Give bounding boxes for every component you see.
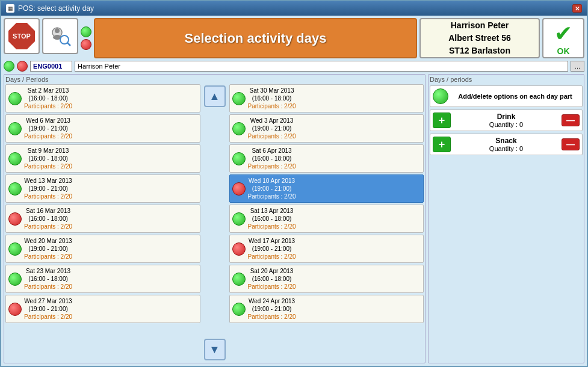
days-panel: Days / Periods Sat 2 Mar 2013 (16:00 - 1… (4, 74, 426, 363)
day-text: Sat 2 Mar 2013 (16:00 - 18:00) Participa… (24, 87, 72, 110)
red-indicator-top (81, 39, 91, 50)
user-city: ST12 Barlaston (448, 45, 510, 57)
search-red-dot (17, 61, 28, 72)
day-text: Sat 13 Apr 2013 (16:00 - 18:00) Particip… (248, 207, 296, 230)
day-dot (232, 212, 246, 226)
snack-add-button[interactable]: + (433, 137, 451, 152)
ok-button[interactable]: ✔ OK (542, 18, 584, 58)
list-item[interactable]: Sat 9 Mar 2013 (16:00 - 18:00) Participa… (5, 144, 200, 173)
header-row: STOP Selection activity days (4, 18, 584, 58)
day-text: Wed 10 Apr 2013 (19:00 - 21:00) Particip… (248, 177, 296, 200)
day-text: Sat 9 Mar 2013 (16:00 - 18:00) Participa… (24, 147, 72, 170)
search-green-dot (4, 61, 14, 72)
search-row: ... (4, 61, 584, 72)
list-item[interactable]: Wed 6 Mar 2013 (19:00 - 21:00) Participa… (5, 114, 200, 143)
day-text: Wed 3 Apr 2013 (19:00 - 21:00) Participa… (248, 117, 296, 140)
browse-button[interactable]: ... (571, 61, 584, 72)
day-dot (232, 303, 246, 316)
list-item[interactable]: Sat 2 Mar 2013 (16:00 - 18:00) Participa… (5, 84, 200, 113)
list-item[interactable]: Wed 3 Apr 2013 (19:00 - 21:00) Participa… (229, 114, 424, 143)
window-title: POS: select activity day (18, 4, 94, 13)
day-text: Sat 30 Mar 2013 (16:00 - 18:00) Particip… (248, 87, 296, 110)
day-text: Wed 24 Apr 2013 (19:00 - 21:00) Particip… (248, 297, 296, 321)
day-text: Wed 17 Apr 2013 (19:00 - 21:00) Particip… (248, 237, 296, 261)
day-dot (8, 92, 22, 105)
list-item[interactable]: Wed 20 Mar 2013 (19:00 - 21:00) Particip… (5, 235, 200, 263)
day-dot (232, 152, 246, 165)
list-item[interactable]: Wed 10 Apr 2013 (19:00 - 21:00) Particip… (229, 174, 424, 203)
day-text: Wed 6 Mar 2013 (19:00 - 21:00) Participa… (24, 117, 72, 140)
day-dot (232, 273, 246, 286)
day-dot (8, 152, 22, 165)
main-content: STOP Selection activity days (1, 16, 587, 366)
drink-remove-button[interactable]: — (562, 114, 580, 126)
day-dot (8, 242, 22, 256)
day-dot (232, 92, 246, 105)
scroll-down-button[interactable]: ▼ (204, 339, 226, 360)
right-panel-label: Days / periods (430, 76, 583, 83)
svg-point-1 (55, 28, 60, 33)
day-dot (232, 182, 246, 196)
user-street: Albert Street 56 (448, 32, 510, 45)
day-text: Sat 20 Apr 2013 (16:00 - 18:00) Particip… (248, 267, 296, 291)
day-dot (8, 212, 22, 226)
search-people-button[interactable] (42, 18, 78, 54)
day-text: Wed 27 Mar 2013 (19:00 - 21:00) Particip… (24, 297, 72, 321)
nav-column: ▲ ▼ (203, 84, 227, 362)
stop-button[interactable]: STOP (4, 18, 40, 54)
main-window: ▦ POS: select activity day ✕ STOP (0, 0, 588, 367)
day-dot (232, 242, 246, 256)
id-input[interactable] (30, 61, 72, 72)
list-item[interactable]: Sat 20 Apr 2013 (16:00 - 18:00) Particip… (229, 265, 424, 293)
ok-label: OK (557, 46, 570, 56)
days-columns: Sat 2 Mar 2013 (16:00 - 18:00) Participa… (5, 84, 424, 362)
day-dot (8, 303, 22, 316)
list-item[interactable]: Wed 27 Mar 2013 (19:00 - 21:00) Particip… (5, 295, 200, 323)
name-input[interactable] (75, 61, 568, 72)
day-text: Sat 23 Mar 2013 (16:00 - 18:00) Particip… (24, 267, 72, 291)
day-text: Sat 16 Mar 2013 (16:00 - 18:00) Particip… (24, 207, 72, 230)
days-panel-label: Days / Periods (5, 76, 424, 83)
list-item[interactable]: Sat 23 Mar 2013 (16:00 - 18:00) Particip… (5, 265, 200, 293)
list-item[interactable]: Sat 30 Mar 2013 (16:00 - 18:00) Particip… (229, 84, 424, 113)
add-delete-option-row: Add/delete options on each day part (430, 85, 583, 107)
drink-option-row: + Drink Quantity : 0 — (430, 109, 583, 131)
window-icon: ▦ (6, 4, 14, 13)
page-title: Selection activity days (94, 18, 417, 58)
list-item[interactable]: Wed 24 Apr 2013 (19:00 - 21:00) Particip… (229, 295, 424, 323)
day-dot (8, 182, 22, 196)
drink-quantity-label: Drink Quantity : 0 (453, 113, 559, 128)
list-item[interactable]: Sat 13 Apr 2013 (16:00 - 18:00) Particip… (229, 205, 424, 233)
right-day-column: Sat 30 Mar 2013 (16:00 - 18:00) Particip… (229, 84, 424, 362)
checkmark-icon: ✔ (554, 21, 572, 46)
snack-option-row: + Snack Quantity : 0 — (430, 134, 583, 155)
day-text: Sat 6 Apr 2013 (16:00 - 18:00) Participa… (248, 147, 296, 170)
add-delete-dot (433, 88, 448, 104)
green-indicator-top (81, 26, 91, 37)
day-dot (8, 122, 22, 135)
left-day-column: Sat 2 Mar 2013 (16:00 - 18:00) Participa… (5, 84, 200, 362)
list-item[interactable]: Wed 13 Mar 2013 (19:00 - 21:00) Particip… (5, 174, 200, 203)
svg-point-3 (60, 35, 69, 44)
list-item[interactable]: Sat 16 Mar 2013 (16:00 - 18:00) Particip… (5, 205, 200, 233)
right-options-panel: Days / periods Add/delete options on eac… (428, 74, 584, 363)
title-bar: ▦ POS: select activity day ✕ (1, 1, 587, 16)
close-button[interactable]: ✕ (572, 4, 582, 13)
day-text: Wed 20 Mar 2013 (19:00 - 21:00) Particip… (24, 237, 72, 261)
stop-icon: STOP (8, 23, 35, 49)
svg-line-4 (67, 43, 70, 46)
list-item[interactable]: Wed 17 Apr 2013 (19:00 - 21:00) Particip… (229, 235, 424, 263)
user-info: Harrison Peter Albert Street 56 ST12 Bar… (419, 18, 540, 58)
scroll-up-button[interactable]: ▲ (204, 85, 226, 107)
snack-remove-button[interactable]: — (562, 138, 580, 150)
day-dot (232, 122, 246, 135)
add-delete-label: Add/delete options on each day part (451, 93, 580, 100)
body-row: Days / Periods Sat 2 Mar 2013 (16:00 - 1… (4, 74, 584, 363)
user-name: Harrison Peter (448, 19, 510, 32)
search-people-icon (48, 24, 72, 48)
snack-quantity-label: Snack Quantity : 0 (453, 137, 559, 152)
list-item[interactable]: Sat 6 Apr 2013 (16:00 - 18:00) Participa… (229, 144, 424, 173)
drink-add-button[interactable]: + (433, 113, 451, 128)
day-dot (8, 273, 22, 286)
day-text: Wed 13 Mar 2013 (19:00 - 21:00) Particip… (24, 177, 72, 200)
